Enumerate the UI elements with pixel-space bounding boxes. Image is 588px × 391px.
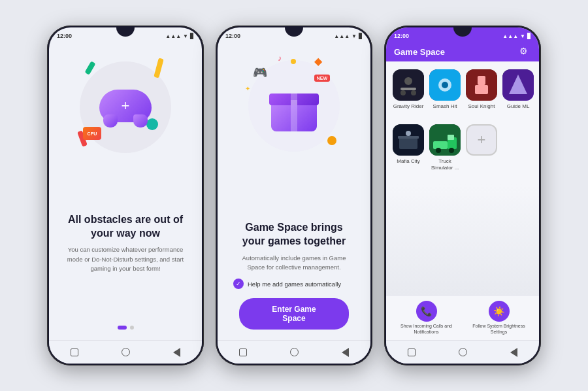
battery-icon-3: ▊	[527, 33, 531, 39]
svg-rect-18	[433, 141, 448, 149]
brightness-icon: ☀️	[493, 306, 504, 316]
wifi-icon-3: ▼	[520, 33, 525, 39]
svg-point-21	[436, 148, 441, 153]
phone2-text: Game Space brings your games together Au…	[228, 221, 360, 330]
phone2-screen: ♪ ◆ 🎮 NEW ✦	[218, 42, 370, 340]
illustration-area-1: CPU +	[73, 48, 178, 166]
brightness-icon-circle: ☀️	[489, 301, 510, 322]
controller-body: +	[99, 90, 152, 122]
battery-icon-2: ▊	[359, 33, 363, 39]
gamespace-title: Game Space	[394, 47, 445, 57]
circle-icon-3	[459, 348, 467, 356]
game-icon-guide-ml	[502, 69, 534, 101]
game-name-soul-knight: Soul Knight	[468, 103, 495, 110]
svg-point-3	[400, 90, 406, 95]
plus-sign: +	[122, 97, 130, 114]
phone1-screen: CPU + All obstacles are out of your way …	[49, 42, 202, 340]
nav-square-btn-1[interactable]	[68, 346, 81, 359]
svg-rect-20	[448, 135, 454, 140]
bottom-nav-2	[218, 340, 370, 364]
game-icon-gravity-rider	[393, 69, 424, 101]
phone2-sub: Automatically include games in Game Spac…	[233, 254, 355, 273]
controller-handle-right	[133, 114, 148, 128]
time-1: 12:00	[57, 33, 72, 39]
game-name-smash-hit: Smash Hit	[433, 103, 457, 110]
gift-box	[271, 100, 317, 131]
gf-sparkle: ✦	[245, 85, 250, 92]
circle-icon-2	[290, 348, 299, 356]
phone-3: 12:00 ▲▲▲ ▼ ▊ Game Space ⚙	[384, 26, 541, 366]
bottom-feature-calls[interactable]: 📞 Show Incoming Calls and Notifications	[397, 301, 456, 335]
bottom-section: 📞 Show Incoming Calls and Notifications …	[386, 295, 539, 340]
nav-circle-btn-1[interactable]	[119, 346, 132, 359]
game-item-add[interactable]: +	[466, 124, 497, 180]
phone2-title: Game Space brings your games together	[233, 221, 355, 248]
bottom-feature-brightness[interactable]: ☀️ Follow System Brightness Settings	[470, 301, 529, 335]
time-3: 12:00	[394, 33, 409, 39]
svg-point-7	[442, 82, 448, 88]
calls-label: Show Incoming Calls and Notifications	[397, 324, 456, 335]
settings-gear-icon[interactable]: ⚙	[519, 46, 531, 58]
circle-icon-1	[122, 348, 130, 356]
game-icon-mafia-city	[393, 124, 424, 156]
dot-inactive-1[interactable]	[130, 326, 134, 330]
game-item-soul-knight[interactable]: Soul Knight	[466, 69, 497, 119]
game-icon-truck-simulator	[429, 124, 461, 156]
text-content-1: All obstacles are out of your way now Yo…	[59, 213, 191, 273]
games-grid: Gravity Rider Smash Hit Soul	[386, 61, 539, 184]
nav-back-btn-1[interactable]	[170, 346, 183, 359]
game-item-guide-ml[interactable]: Guide ML	[502, 69, 534, 119]
gift-illustration: ♪ ◆ 🎮 NEW ✦	[238, 47, 350, 171]
phone-1: 12:00 ▲▲▲ ▼ ▊ CPU	[47, 26, 204, 366]
game-item-smash-hit[interactable]: Smash Hit	[429, 69, 461, 119]
game-item-truck-simulator[interactable]: Truck Simulator ...	[429, 124, 461, 180]
svg-point-22	[449, 148, 454, 153]
main-title-1: All obstacles are out of your way now	[65, 213, 186, 241]
gf-red: ♪	[278, 54, 282, 63]
nav-back-btn-3[interactable]	[507, 346, 520, 359]
gf-new: NEW	[314, 75, 330, 82]
nav-square-btn-3[interactable]	[405, 346, 418, 359]
gf-yellow	[291, 59, 296, 64]
controller-handle-left	[103, 114, 118, 128]
gf-gold	[327, 136, 336, 145]
game-item-gravity-rider[interactable]: Gravity Rider	[393, 69, 424, 119]
time-2: 12:00	[225, 33, 240, 39]
battery-icon-1: ▊	[190, 33, 194, 39]
triangle-icon-2	[342, 348, 349, 357]
game-name-guide-ml: Guide ML	[507, 103, 530, 110]
dot-active-1[interactable]	[118, 326, 127, 330]
box-ribbon-2	[291, 100, 297, 131]
float-badge-1: CPU	[83, 127, 101, 140]
checkbox-row[interactable]: ✓ Help me add games automatically	[233, 279, 355, 289]
svg-rect-2	[400, 88, 416, 90]
game-icon-smash-hit	[429, 69, 461, 101]
nav-circle-btn-3[interactable]	[456, 346, 469, 359]
gf-diamond: ◆	[314, 55, 322, 67]
svg-rect-15	[398, 136, 419, 139]
phone-2: 12:00 ▲▲▲ ▼ ▊ ♪ ◆ 🎮 NEW ✦	[216, 26, 372, 366]
dots-nav-1	[118, 326, 134, 330]
svg-point-1	[404, 77, 412, 85]
wifi-icon-1: ▼	[183, 33, 188, 39]
status-icons-1: ▲▲▲ ▼ ▊	[165, 33, 194, 39]
svg-rect-9	[478, 76, 485, 85]
game-name-gravity-rider: Gravity Rider	[393, 103, 424, 110]
svg-rect-10	[475, 85, 488, 94]
square-icon-1	[71, 348, 78, 356]
status-icons-3: ▲▲▲ ▼ ▊	[502, 33, 531, 39]
status-icons-2: ▲▲▲ ▼ ▊	[334, 33, 363, 39]
enter-game-space-button[interactable]: Enter Game Space	[239, 298, 348, 330]
check-icon: ✓	[233, 279, 244, 289]
game-item-mafia-city[interactable]: Mafia City	[393, 124, 424, 180]
brightness-label: Follow System Brightness Settings	[470, 324, 529, 335]
svg-rect-14	[399, 137, 417, 149]
bottom-icons: 📞 Show Incoming Calls and Notifications …	[390, 301, 535, 335]
nav-back-btn-2[interactable]	[338, 346, 351, 359]
nav-circle-btn-2[interactable]	[287, 346, 301, 359]
bottom-nav-1	[49, 340, 202, 364]
gf-controller: 🎮	[253, 65, 267, 80]
nav-square-btn-2[interactable]	[237, 346, 250, 359]
game-icon-soul-knight	[466, 69, 497, 101]
game-icon-add: +	[466, 124, 497, 156]
